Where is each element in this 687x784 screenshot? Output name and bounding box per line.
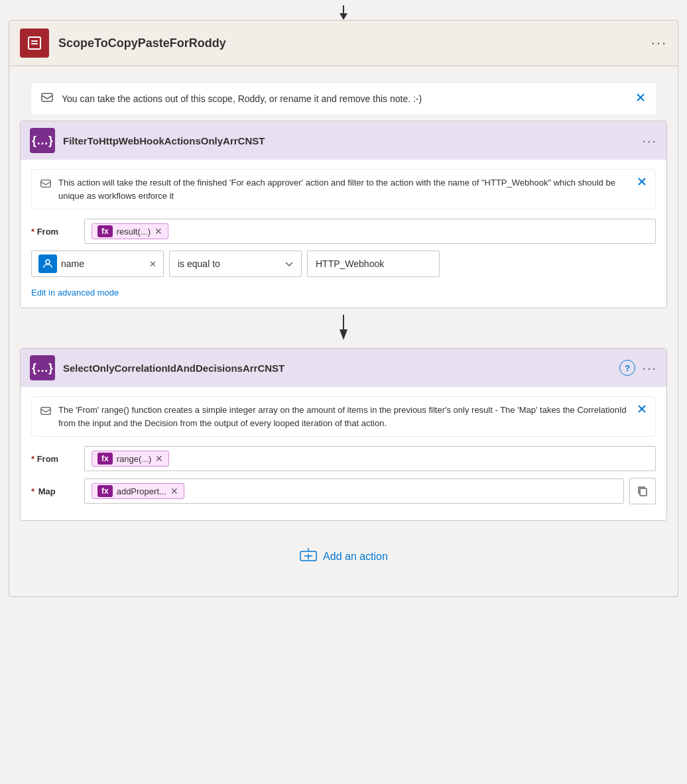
filter-card-icon: {…} — [30, 128, 55, 153]
filter-value-text: HTTP_Webhook — [316, 258, 384, 269]
svg-rect-4 — [31, 43, 38, 44]
filter-left-token-label: name — [61, 258, 145, 269]
select-card-body: The 'From' range() function creates a si… — [21, 387, 666, 520]
svg-rect-8 — [41, 180, 50, 188]
filter-note-text: This action will take the result of the … — [58, 176, 631, 202]
scope-more-button[interactable]: ··· — [651, 34, 667, 52]
svg-marker-1 — [340, 13, 347, 20]
fx-icon: fx — [97, 225, 113, 237]
scope-note-text: You can take the actions out of this sco… — [62, 93, 627, 104]
filter-note-icon — [40, 178, 52, 192]
select-map-label: * Map — [31, 485, 84, 497]
select-map-token-label: addPropert... — [117, 486, 166, 496]
filter-operator-dropdown[interactable]: is equal to — [169, 251, 302, 277]
add-action-button[interactable]: Add an action — [288, 541, 399, 573]
filter-card-title: FilterToHttpWebHookActionsOnlyArrCNST — [63, 135, 642, 146]
select-map-fx-icon: fx — [97, 485, 113, 497]
select-from-input[interactable]: fx range(...) ✕ — [84, 446, 656, 471]
select-map-input-group: fx addPropert... ✕ — [84, 478, 656, 504]
filter-from-token[interactable]: fx result(...) ✕ — [92, 223, 168, 239]
select-note-text: The 'From' range() function creates a si… — [58, 404, 631, 429]
select-card-more-button[interactable]: ··· — [642, 361, 657, 376]
top-connector — [0, 0, 687, 20]
svg-rect-3 — [31, 40, 38, 42]
filter-operator-chevron — [285, 258, 293, 269]
svg-marker-13 — [340, 329, 347, 340]
svg-rect-5 — [42, 93, 52, 101]
filter-from-input[interactable]: fx result(...) ✕ — [84, 219, 656, 244]
scope-title: ScopeToCopyPasteForRoddy — [58, 36, 651, 50]
select-map-row: * Map fx addPropert... ✕ — [31, 478, 656, 504]
filter-from-row: * From fx result(...) ✕ — [31, 219, 656, 244]
filter-operator-text: is equal to — [178, 258, 280, 269]
select-from-token-remove[interactable]: ✕ — [155, 453, 163, 464]
scope-body: You can take the actions out of this sco… — [9, 66, 678, 596]
select-from-token-label: range(...) — [117, 454, 152, 464]
select-from-row: * From fx range(...) ✕ — [31, 446, 656, 471]
scope-header: ScopeToCopyPasteForRoddy ··· — [9, 21, 678, 66]
note-message-icon — [40, 91, 54, 107]
scope-note-close-button[interactable] — [635, 91, 647, 107]
select-card-help-button[interactable]: ? — [619, 360, 635, 376]
scope-container: ScopeToCopyPasteForRoddy ··· You can tak… — [9, 20, 678, 597]
select-note-close-button[interactable] — [637, 404, 647, 417]
filter-card-header: {…} FilterToHttpWebHookActionsOnlyArrCNS… — [21, 121, 666, 160]
svg-point-11 — [46, 260, 50, 264]
filter-from-token-label: result(...) — [117, 227, 151, 237]
add-action-label: Add an action — [323, 551, 388, 563]
select-card: {…} SelectOnlyCorrelationIdAndDecisionsA… — [20, 348, 667, 521]
filter-card-note: This action will take the result of the … — [31, 169, 656, 209]
filter-from-token-remove[interactable]: ✕ — [155, 226, 162, 237]
filter-condition-row: name ✕ is equal to HTTP — [31, 251, 656, 277]
filter-from-label: * From — [31, 225, 84, 237]
select-note-icon — [40, 405, 52, 420]
filter-left-box[interactable]: name ✕ — [31, 251, 164, 277]
select-map-copy-button[interactable] — [629, 478, 656, 504]
select-card-icon: {…} — [30, 355, 55, 380]
select-map-token-remove[interactable]: ✕ — [170, 486, 178, 496]
select-map-input[interactable]: fx addPropert... ✕ — [84, 478, 624, 504]
scope-note-banner: You can take the actions out of this sco… — [31, 82, 656, 115]
select-from-label: * From — [31, 453, 84, 465]
add-action-container: Add an action — [20, 521, 667, 586]
person-icon — [38, 254, 57, 273]
select-card-title: SelectOnlyCorrelationIdAndDecisionsArrCN… — [63, 363, 619, 374]
filter-value-box[interactable]: HTTP_Webhook — [307, 251, 440, 277]
select-map-token[interactable]: fx addPropert... ✕ — [92, 483, 184, 499]
select-card-header: {…} SelectOnlyCorrelationIdAndDecisionsA… — [21, 349, 666, 387]
svg-rect-14 — [41, 408, 50, 415]
filter-note-close-button[interactable] — [637, 176, 647, 190]
select-from-token[interactable]: fx range(...) ✕ — [92, 451, 169, 467]
filter-left-token-remove[interactable]: ✕ — [149, 259, 156, 269]
add-action-icon — [299, 546, 318, 567]
filter-card-more-button[interactable]: ··· — [642, 133, 657, 148]
svg-rect-17 — [640, 488, 647, 496]
scope-icon — [20, 28, 49, 58]
filter-card: {…} FilterToHttpWebHookActionsOnlyArrCNS… — [20, 121, 667, 308]
filter-card-body: This action will take the result of the … — [21, 160, 666, 308]
select-fx-icon: fx — [97, 453, 113, 465]
edit-advanced-link[interactable]: Edit in advanced mode — [31, 288, 119, 298]
select-card-note: The 'From' range() function creates a si… — [31, 396, 656, 437]
connector-arrow — [20, 308, 667, 348]
